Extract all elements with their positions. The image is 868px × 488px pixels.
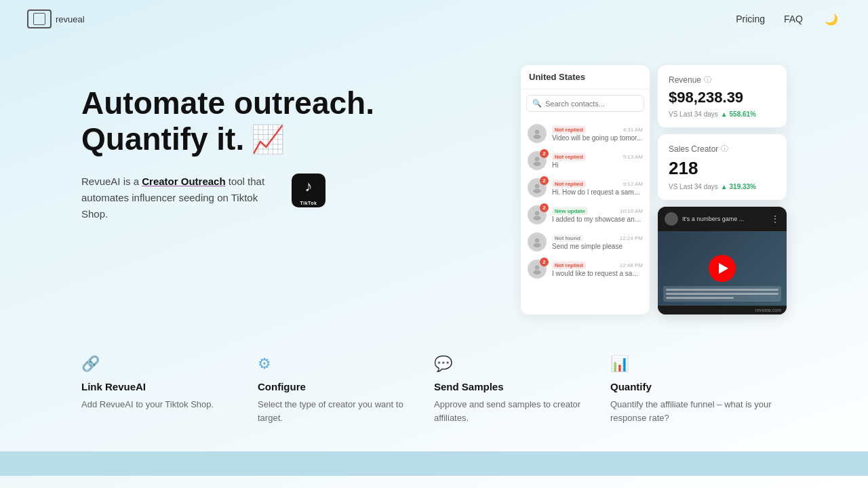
video-top-bar: It's a numbers game ... ⋮ [658,207,787,231]
chat-meta: Not replied 12:48 PM [552,262,643,269]
feature-desc: Quantify the affiliate funnel – what is … [610,398,773,424]
logo-icon [27,9,52,28]
search-bar[interactable]: 🔍 [526,95,644,112]
video-url: revueai.com [658,306,787,314]
navbar: revueal Pricing FAQ 🌙 [0,0,868,38]
chat-status: Not replied [552,262,586,269]
logo[interactable]: revueal [27,9,85,28]
chart-emoji: 📈 [251,123,285,155]
chat-time: 5:13 AM [623,154,643,160]
feature-title: Link RevueAI [81,381,244,392]
chat-status: Not found [552,235,583,242]
avatar: 2 [528,151,547,170]
svg-point-7 [533,216,540,220]
dark-mode-toggle[interactable]: 🌙 [822,9,841,28]
chat-info: Not found 12:24 PM Send me simple please [552,235,643,250]
svg-point-6 [535,211,539,215]
svg-point-2 [535,157,539,161]
video-overlay [663,286,781,302]
chat-panel: United States 🔍 Not replied 4:31 AM [521,65,650,314]
avatar [528,124,547,143]
avatar: 2 [528,178,547,197]
configure-icon: ⚙ [258,355,420,373]
feature-desc: Select the type of creator you want to t… [258,398,420,424]
send-samples-icon: 💬 [434,355,597,373]
svg-point-11 [533,270,540,274]
chat-preview: Send me simple please [552,243,643,250]
hero-description: RevueAI is a Creator Outreach tool that … [81,174,326,222]
video-card: It's a numbers game ... ⋮ revueai.com [658,207,787,314]
chat-item[interactable]: Not replied 4:31 AM Video will be going … [521,120,650,147]
feature-quantify: 📊 Quantify Quantify the affiliate funnel… [610,355,787,424]
feature-link-revueai: 🔗 Link RevueAI Add RevueAI to your Tikto… [81,355,258,424]
stats-panel: Revenue ⓘ $98,238.39 VS Last 34 days ▲ 5… [658,65,787,314]
chat-preview: I added to my showcase and r... [552,216,643,223]
chat-item[interactable]: 2 New update 10:10 AM I added to my show… [521,201,650,228]
badge: 2 [540,176,549,185]
revenue-label: Revenue ⓘ [669,75,776,85]
chat-info: New update 10:10 AM I added to my showca… [552,207,643,223]
info-icon: ⓘ [721,144,728,154]
chat-info: Not replied 5:13 AM Hi [552,153,643,169]
svg-point-0 [535,129,539,134]
nav-pricing[interactable]: Pricing [736,14,765,24]
chat-info: Not replied 12:48 PM I would like to req… [552,262,643,277]
chat-meta: Not replied 5:13 AM [552,153,643,161]
overlay-line [666,297,734,299]
avatar [528,232,547,251]
chat-info: Not replied 9:12 AM Hi. How do I request… [552,180,643,196]
chat-meta: New update 10:10 AM [552,207,643,215]
video-thumb-info: It's a numbers game ... [665,212,744,226]
hero-desc-prefix: RevueAI is a [81,176,142,187]
chat-time: 4:31 AM [623,127,643,133]
chat-meta: Not replied 9:12 AM [552,180,643,188]
sales-creator-change: ▲ 319.33% [721,183,756,190]
feature-title: Configure [258,381,420,392]
chat-preview: I would like to request a samp... [552,270,643,277]
overlay-line [666,293,778,295]
nav-faq[interactable]: FAQ [784,14,803,24]
info-icon: ⓘ [704,75,711,85]
search-input[interactable] [545,100,638,108]
chat-status: Not replied [552,153,586,161]
svg-point-8 [535,238,539,242]
sales-creator-value: 218 [669,158,776,179]
quantify-icon: 📊 [610,355,773,373]
chat-item[interactable]: Not found 12:24 PM Send me simple please [521,228,650,256]
chat-item[interactable]: 2 Not replied 9:12 AM Hi. How do I reque… [521,174,650,201]
creator-outreach-link[interactable]: Creator Outreach [142,176,225,187]
hero-title: Automate outreach. Quantify it. 📈 [81,85,494,157]
video-menu-icon[interactable]: ⋮ [770,214,780,224]
chat-meta: Not found 12:24 PM [552,235,643,242]
play-button[interactable] [709,255,736,282]
overlay-line [666,289,778,291]
avatar: 2 [528,205,547,224]
chat-list: Not replied 4:31 AM Video will be going … [521,117,650,285]
svg-point-9 [533,243,540,247]
revenue-change: ▲ 558.61% [721,110,756,118]
svg-point-10 [535,265,539,269]
link-icon: 🔗 [81,355,244,373]
avatar: 2 [528,260,547,279]
chat-item[interactable]: 2 Not replied 5:13 AM Hi [521,147,650,174]
feature-title: Quantify [610,381,773,392]
hero-title-line1: Automate outreach. [81,85,494,121]
svg-point-4 [535,184,539,188]
feature-desc: Approve and send samples to creator affi… [434,398,597,424]
svg-point-3 [533,162,540,166]
footer [0,451,868,476]
chat-preview: Video will be going up tomor... [552,134,643,142]
hero-desc-text: RevueAI is a Creator Outreach tool that … [81,174,282,222]
feature-title: Send Samples [434,381,597,392]
video-title: It's a numbers game ... [682,216,744,222]
sales-creator-label: Sales Creator ⓘ [669,144,776,154]
chat-preview: Hi. How do I request a sample... [552,188,643,196]
revenue-comparison: VS Last 34 days ▲ 558.61% [669,110,776,118]
tiktok-badge[interactable]: ♪ TikTok [292,174,326,207]
badge: 2 [540,203,549,212]
chat-status: New update [552,207,588,215]
feature-configure: ⚙ Configure Select the type of creator y… [258,355,434,424]
video-thumbnail[interactable] [658,231,787,306]
revenue-card: Revenue ⓘ $98,238.39 VS Last 34 days ▲ 5… [658,65,787,127]
chat-item[interactable]: 2 Not replied 12:48 PM I would like to r… [521,256,650,283]
